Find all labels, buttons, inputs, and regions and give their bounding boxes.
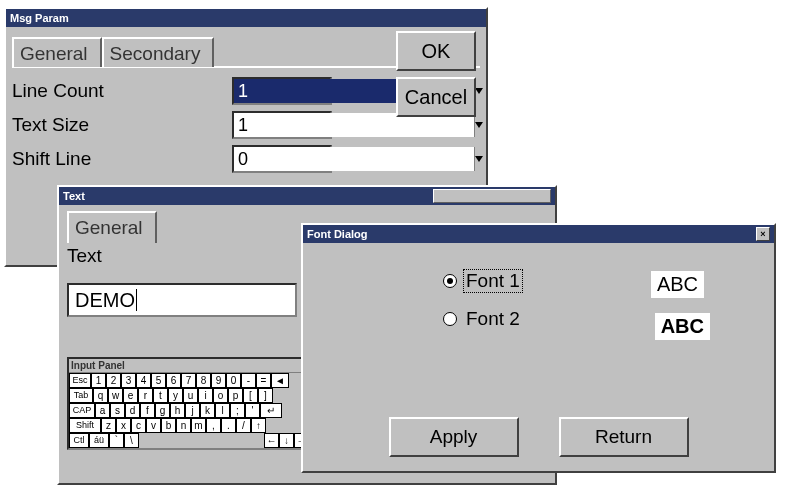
key-[interactable]: ◄ [271, 373, 289, 388]
key-2[interactable]: 2 [106, 373, 121, 388]
input-panel-title: Input Panel [69, 359, 309, 373]
svg-marker-1 [475, 122, 483, 128]
key-t[interactable]: t [153, 388, 168, 403]
font2-radio[interactable] [443, 312, 457, 326]
key-[interactable]: ; [230, 403, 245, 418]
key-cap[interactable]: CAP [69, 403, 95, 418]
key-x[interactable]: x [116, 418, 131, 433]
key-[interactable]: ` [109, 433, 124, 448]
font-dialog-window: Font Dialog × Font 1 Font 2 ABC ABC Appl… [301, 223, 776, 473]
key-h[interactable]: h [170, 403, 185, 418]
line-count-label: Line Count [12, 80, 232, 102]
key-w[interactable]: w [108, 388, 123, 403]
key-8[interactable]: 8 [196, 373, 211, 388]
text-window-titlebar-button-area [433, 189, 551, 203]
text-tab-general[interactable]: General [67, 211, 157, 243]
key-[interactable]: ↑ [251, 418, 266, 433]
cancel-button[interactable]: Cancel [396, 77, 476, 117]
key-7[interactable]: 7 [181, 373, 196, 388]
font-dialog-titlebar[interactable]: Font Dialog × [303, 225, 774, 243]
key-esc[interactable]: Esc [69, 373, 91, 388]
key-tab[interactable]: Tab [69, 388, 93, 403]
key-5[interactable]: 5 [151, 373, 166, 388]
key-g[interactable]: g [155, 403, 170, 418]
key-6[interactable]: 6 [166, 373, 181, 388]
font-dialog-title: Font Dialog [307, 228, 368, 240]
key-[interactable]: ← [264, 433, 279, 448]
key-3[interactable]: 3 [121, 373, 136, 388]
apply-button[interactable]: Apply [389, 417, 519, 457]
tab-secondary[interactable]: Secondary [102, 37, 215, 67]
key-z[interactable]: z [101, 418, 116, 433]
key-[interactable]: [ [243, 388, 258, 403]
shift-line-value[interactable] [234, 147, 474, 171]
key-9[interactable]: 9 [211, 373, 226, 388]
key-[interactable]: ↵ [260, 403, 282, 418]
key-d[interactable]: d [125, 403, 140, 418]
text-caret-icon [136, 289, 137, 311]
text-size-label: Text Size [12, 114, 232, 136]
key-[interactable]: ] [258, 388, 273, 403]
key-[interactable]: ' [245, 403, 260, 418]
key-[interactable]: áü [89, 433, 109, 448]
key-o[interactable]: o [213, 388, 228, 403]
key-4[interactable]: 4 [136, 373, 151, 388]
font1-radio-label[interactable]: Font 1 [463, 269, 523, 293]
key-i[interactable]: i [198, 388, 213, 403]
key-[interactable]: / [236, 418, 251, 433]
key-[interactable]: . [221, 418, 236, 433]
svg-marker-2 [475, 156, 483, 162]
text-input[interactable]: DEMO [67, 283, 297, 317]
key-1[interactable]: 1 [91, 373, 106, 388]
key-e[interactable]: e [123, 388, 138, 403]
key-l[interactable]: l [215, 403, 230, 418]
font1-sample: ABC [651, 271, 704, 298]
key-[interactable]: = [256, 373, 271, 388]
line-count-dropdown[interactable] [232, 77, 332, 105]
key-b[interactable]: b [161, 418, 176, 433]
return-button[interactable]: Return [559, 417, 689, 457]
close-icon[interactable]: × [756, 227, 770, 241]
key-[interactable]: - [241, 373, 256, 388]
msg-param-title: Msg Param [10, 12, 69, 24]
msg-param-titlebar[interactable]: Msg Param [6, 9, 486, 27]
text-window-titlebar[interactable]: Text [59, 187, 555, 205]
key-a[interactable]: a [95, 403, 110, 418]
text-window-title: Text [63, 190, 85, 202]
key-ctl[interactable]: Ctl [69, 433, 89, 448]
svg-marker-0 [475, 88, 483, 94]
key-u[interactable]: u [183, 388, 198, 403]
tab-general[interactable]: General [12, 37, 102, 67]
key-k[interactable]: k [200, 403, 215, 418]
key-0[interactable]: 0 [226, 373, 241, 388]
key-s[interactable]: s [110, 403, 125, 418]
key-j[interactable]: j [185, 403, 200, 418]
key-v[interactable]: v [146, 418, 161, 433]
key-y[interactable]: y [168, 388, 183, 403]
font2-radio-label[interactable]: Font 2 [463, 307, 523, 331]
text-input-value: DEMO [75, 289, 135, 312]
key-[interactable]: \ [124, 433, 139, 448]
input-panel: Input Panel Esc1234567890-=◄Tabqwertyuio… [67, 357, 311, 450]
key-[interactable]: ↓ [279, 433, 294, 448]
shift-line-dropdown-arrow[interactable] [474, 147, 483, 171]
key-m[interactable]: m [191, 418, 206, 433]
key-f[interactable]: f [140, 403, 155, 418]
key-shift[interactable]: Shift [69, 418, 101, 433]
key-p[interactable]: p [228, 388, 243, 403]
font2-sample: ABC [655, 313, 710, 340]
font1-radio[interactable] [443, 274, 457, 288]
key-n[interactable]: n [176, 418, 191, 433]
shift-line-label: Shift Line [12, 148, 232, 170]
key-q[interactable]: q [93, 388, 108, 403]
key-c[interactable]: c [131, 418, 146, 433]
key-r[interactable]: r [138, 388, 153, 403]
text-size-dropdown[interactable] [232, 111, 332, 139]
shift-line-dropdown[interactable] [232, 145, 332, 173]
key-[interactable]: , [206, 418, 221, 433]
ok-button[interactable]: OK [396, 31, 476, 71]
